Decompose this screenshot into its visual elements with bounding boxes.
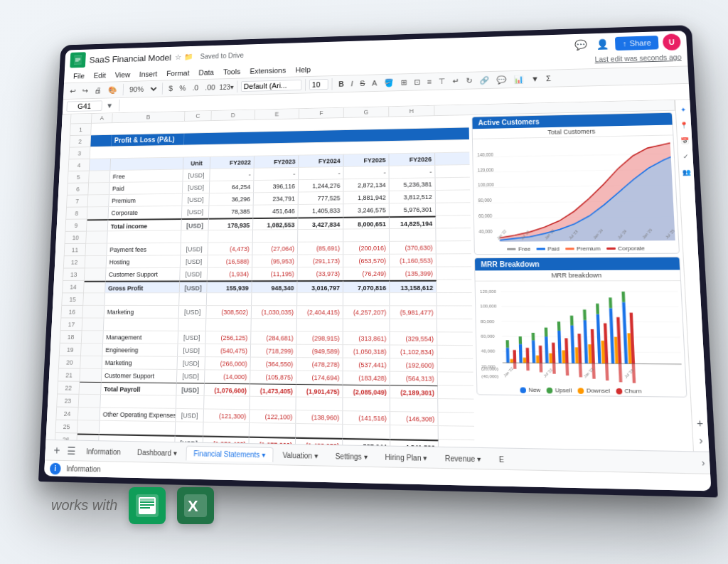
sheets-icon	[70, 52, 86, 68]
svg-rect-36	[506, 340, 510, 348]
calendar-icon[interactable]: 📅	[678, 134, 691, 146]
menu-format[interactable]: Format	[162, 67, 193, 78]
cell-fy2022: 78,385	[209, 205, 254, 217]
cell-unit: [USD]	[178, 344, 205, 356]
borders-btn[interactable]: ⊞	[397, 76, 410, 87]
paint-format-btn[interactable]: 🎨	[105, 84, 120, 95]
strikethrough-btn[interactable]: S	[357, 78, 368, 88]
star-icon[interactable]: ☆	[175, 53, 182, 61]
tab-revenue[interactable]: Revenue ▾	[437, 449, 489, 466]
table-row[interactable]: Customer Support [USD] (1,934) (11,195) …	[85, 267, 472, 280]
comment-btn[interactable]: 💬	[493, 73, 509, 85]
account-icon[interactable]: 👤	[593, 36, 611, 53]
increase-decimal[interactable]: .00	[202, 82, 218, 92]
svg-rect-43	[532, 340, 535, 363]
undo-btn[interactable]: ↩	[67, 85, 78, 96]
tasks-icon[interactable]: ✓	[679, 150, 692, 161]
row-num-3: 3	[69, 147, 90, 159]
svg-rect-49	[549, 353, 552, 363]
cell-ref-input[interactable]	[66, 100, 102, 112]
fill-color-btn[interactable]: 🪣	[381, 76, 397, 88]
share-button[interactable]: ↑ Share	[615, 36, 659, 50]
cell-a2[interactable]	[90, 134, 112, 146]
expand-icon[interactable]: ▼	[106, 101, 113, 109]
svg-rect-68	[609, 297, 612, 308]
text-color-btn[interactable]: A	[369, 77, 380, 87]
menu-data[interactable]: Data	[195, 66, 218, 78]
svg-text:100,000: 100,000	[480, 304, 497, 308]
legend-paid-label: Paid	[547, 245, 560, 252]
tab-scroll-right[interactable]: ›	[702, 457, 705, 468]
toolbar-sep-5	[332, 78, 333, 90]
grid: Profit & Loss (P&L) Un	[77, 110, 693, 451]
bold-btn[interactable]: B	[336, 78, 346, 89]
menu-insert[interactable]: Insert	[135, 68, 161, 80]
cell-fy2024: (85,691)	[298, 242, 343, 254]
valign-btn[interactable]: ⊤	[436, 75, 449, 87]
contacts-icon[interactable]: 👥	[680, 166, 693, 177]
align-btn[interactable]: ≡	[424, 75, 434, 87]
tab-valuation[interactable]: Valuation ▾	[274, 447, 326, 462]
print-btn[interactable]: 🖨	[92, 85, 105, 95]
folder-icon[interactable]: 📁	[184, 52, 193, 60]
legend-premium: Premium	[565, 245, 601, 251]
menu-file[interactable]: File	[69, 70, 89, 81]
tab-information[interactable]: Information	[78, 443, 129, 459]
tab-list-icon[interactable]: ☰	[65, 442, 77, 457]
menu-extensions[interactable]: Extensions	[246, 65, 290, 77]
menu-edit[interactable]: Edit	[90, 70, 110, 80]
table-row[interactable]: Marketing [USD] (308,502) (1,030,035) (2…	[82, 305, 472, 319]
merge-btn[interactable]: ⊡	[411, 75, 423, 87]
chart-btn[interactable]: 📊	[511, 73, 528, 85]
link-btn[interactable]: 🔗	[476, 74, 492, 86]
cell-fy2024: (478,278)	[296, 358, 343, 371]
filter-btn[interactable]: ▼	[528, 73, 542, 84]
currency-btn[interactable]: $	[166, 83, 176, 93]
add-tab-button[interactable]: +	[49, 442, 65, 458]
cell-fy2026: (329,554)	[390, 332, 438, 345]
mrr-header: MRR Breakdown	[475, 257, 680, 270]
table-row[interactable]: Hosting [USD] (16,588) (95,953) (291,173…	[85, 254, 472, 268]
legend-new-label: New	[528, 386, 540, 393]
cell-fy2024: 777,525	[299, 191, 344, 203]
svg-rect-83	[619, 363, 622, 382]
chat-icon[interactable]: 💬	[572, 36, 589, 53]
wrap-btn[interactable]: ↵	[450, 75, 462, 87]
cell-label: Corporate	[108, 206, 182, 218]
maps-icon[interactable]: 📍	[678, 119, 690, 131]
table-row[interactable]	[82, 318, 473, 332]
function-btn[interactable]: Σ	[543, 73, 555, 84]
redo-btn[interactable]: ↪	[80, 85, 91, 96]
italic-btn[interactable]: I	[348, 78, 356, 88]
tab-financial-statements[interactable]: Financial Statements ▾	[186, 445, 273, 462]
cell-unit: [USD]	[181, 243, 208, 255]
cell-b2-header[interactable]: Profit & Loss (P&L)	[112, 133, 185, 146]
tab-dashboard[interactable]: Dashboard ▾	[129, 444, 185, 459]
tab-e[interactable]: E	[491, 450, 513, 466]
font-size-input[interactable]	[309, 78, 328, 90]
cell-fy2022: (16,588)	[208, 255, 252, 267]
cell-fy2023: -	[254, 167, 299, 179]
menu-tools[interactable]: Tools	[219, 65, 245, 77]
decrease-decimal[interactable]: .0	[190, 82, 201, 92]
doc-title: SaaS Financial Model	[89, 52, 171, 64]
table-row[interactable]: Payment fees [USD] (4,473) (27,064) (85,…	[85, 241, 471, 256]
font-select[interactable]	[241, 79, 302, 91]
explore-icon[interactable]: ✦	[677, 104, 690, 115]
row-num-5: 5	[68, 171, 89, 183]
number-format[interactable]: 123▾	[219, 83, 234, 90]
tab-settings[interactable]: Settings ▾	[327, 447, 375, 464]
table-row[interactable]: Gross Profit [USD] 155,939 948,340 3,016…	[84, 280, 472, 293]
chevron-right-icon[interactable]: ›	[699, 434, 703, 447]
cell-unit	[181, 230, 209, 243]
menu-help[interactable]: Help	[291, 64, 315, 75]
rotate-btn[interactable]: ↻	[464, 74, 476, 86]
table-row[interactable]	[83, 292, 472, 305]
percent-btn[interactable]: %	[176, 83, 188, 93]
menu-view[interactable]: View	[111, 69, 134, 80]
corner-cell	[71, 114, 92, 124]
svg-text:120,000: 120,000	[478, 166, 494, 172]
add-addon-icon[interactable]: +	[696, 417, 703, 430]
zoom-select[interactable]: 90%100%75%	[127, 84, 159, 94]
tab-hiring-plan[interactable]: Hiring Plan ▾	[377, 449, 435, 465]
